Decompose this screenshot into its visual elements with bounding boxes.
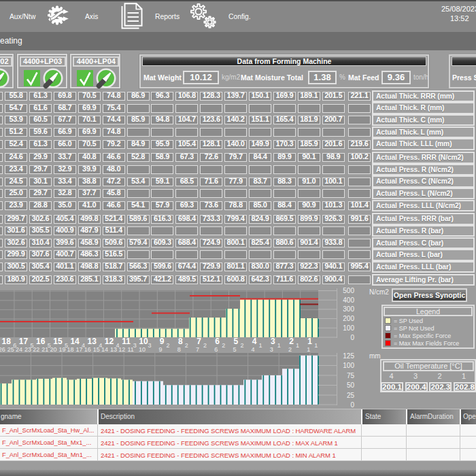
svg-text:2: 2 xyxy=(288,346,292,353)
svg-text:20: 20 xyxy=(50,346,56,353)
svg-text:12: 12 xyxy=(105,337,114,346)
svg-text:10: 10 xyxy=(139,346,146,353)
svg-text:24: 24 xyxy=(16,346,22,353)
svg-text:N/cm2: N/cm2 xyxy=(369,288,389,296)
svg-text:2: 2 xyxy=(185,342,188,349)
svg-text:5: 5 xyxy=(233,346,236,353)
svg-text:100: 100 xyxy=(343,324,354,332)
svg-text:8: 8 xyxy=(177,346,181,353)
svg-text:1: 1 xyxy=(307,337,312,346)
svg-text:6: 6 xyxy=(214,346,218,353)
svg-text:16: 16 xyxy=(36,337,46,346)
svg-text:14: 14 xyxy=(70,337,80,346)
svg-text:200: 200 xyxy=(343,315,354,322)
svg-text:0: 0 xyxy=(350,334,354,341)
svg-text:4: 4 xyxy=(116,342,119,349)
svg-text:5: 5 xyxy=(48,342,51,349)
svg-text:26: 26 xyxy=(0,346,5,353)
svg-text:4: 4 xyxy=(252,346,255,353)
svg-text:12: 12 xyxy=(118,346,125,353)
svg-text:0: 0 xyxy=(350,401,354,409)
svg-text:1: 1 xyxy=(307,346,310,353)
svg-text:3: 3 xyxy=(148,342,151,349)
svg-text:8: 8 xyxy=(178,337,183,346)
svg-text:2: 2 xyxy=(240,342,243,349)
svg-text:4: 4 xyxy=(99,342,102,349)
svg-text:2: 2 xyxy=(289,337,294,346)
svg-text:1: 1 xyxy=(296,342,299,349)
svg-text:18: 18 xyxy=(67,346,74,353)
svg-text:7: 7 xyxy=(197,337,201,346)
svg-text:4: 4 xyxy=(82,342,85,349)
svg-text:3: 3 xyxy=(133,342,137,349)
svg-text:9: 9 xyxy=(160,337,165,346)
svg-text:16: 16 xyxy=(84,346,91,353)
svg-text:6: 6 xyxy=(13,342,16,349)
svg-text:400: 400 xyxy=(343,296,354,304)
svg-text:5: 5 xyxy=(65,342,68,349)
svg-text:6: 6 xyxy=(215,337,220,346)
svg-text:25: 25 xyxy=(347,392,355,399)
svg-text:500: 500 xyxy=(343,287,354,294)
svg-text:1: 1 xyxy=(314,342,318,349)
svg-text:9: 9 xyxy=(159,346,163,353)
svg-text:13: 13 xyxy=(88,337,97,346)
svg-text:17: 17 xyxy=(19,337,29,346)
svg-text:1: 1 xyxy=(259,342,262,349)
svg-text:75: 75 xyxy=(347,372,355,379)
svg-text:3: 3 xyxy=(271,337,275,346)
svg-text:4: 4 xyxy=(252,337,257,346)
svg-text:2: 2 xyxy=(203,342,207,349)
svg-text:10: 10 xyxy=(139,337,148,346)
svg-text:2: 2 xyxy=(222,342,225,349)
svg-text:15: 15 xyxy=(53,337,63,346)
svg-text:mm: mm xyxy=(369,352,381,360)
svg-text:5: 5 xyxy=(234,337,239,346)
svg-text:300: 300 xyxy=(343,305,354,313)
svg-text:50: 50 xyxy=(347,381,355,389)
svg-text:125: 125 xyxy=(343,352,354,360)
svg-text:2: 2 xyxy=(167,342,170,349)
svg-text:18: 18 xyxy=(2,337,12,346)
svg-text:3: 3 xyxy=(270,346,273,353)
svg-text:1: 1 xyxy=(277,342,281,349)
svg-text:14: 14 xyxy=(101,346,108,353)
svg-text:11: 11 xyxy=(122,337,131,346)
svg-text:5: 5 xyxy=(30,342,33,349)
svg-text:7: 7 xyxy=(196,346,199,353)
svg-text:22: 22 xyxy=(33,346,39,353)
svg-text:100: 100 xyxy=(343,362,354,369)
